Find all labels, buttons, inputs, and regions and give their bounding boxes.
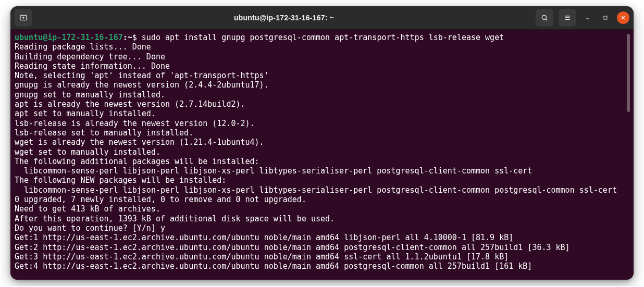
output-line: Need to get 413 kB of archives. (15, 204, 160, 214)
svg-rect-9 (604, 16, 607, 19)
prompt-dollar: $ (132, 33, 137, 42)
output-line: Get:4 http://us-east-1.ec2.archive.ubunt… (15, 261, 532, 271)
output-line: apt set to manually installed. (15, 109, 156, 118)
svg-point-3 (542, 15, 546, 19)
terminal-output: ubuntu@ip-172-31-16-167:~$ sudo apt inst… (15, 33, 623, 277)
close-button[interactable] (617, 11, 629, 24)
output-line: The following additional packages will b… (15, 157, 259, 166)
scrollbar[interactable] (625, 33, 631, 277)
minimize-button[interactable] (581, 11, 594, 24)
output-line: wget is already the newest version (1.21… (15, 138, 264, 147)
output-line: Reading package lists... Done (15, 42, 151, 52)
output-line: Building dependency tree... Done (15, 52, 165, 61)
output-line: apt is already the newest version (2.7.1… (15, 99, 245, 109)
scrollbar-thumb[interactable] (627, 34, 630, 112)
window-title: ubuntu@ip-172-31-16-167: ~ (35, 14, 532, 22)
output-line: Get:1 http://us-east-1.ec2.archive.ubunt… (15, 233, 513, 242)
output-line: gnupg set to manually installed. (15, 90, 165, 99)
output-line: lsb-release is already the newest versio… (15, 119, 255, 128)
output-line: wget set to manually installed. (15, 147, 160, 157)
svg-line-4 (546, 19, 547, 20)
output-line: After this operation, 1393 kB of additio… (15, 214, 335, 223)
output-line: Do you want to continue? [Y/n] y (15, 223, 165, 233)
prompt-path: ~ (128, 33, 132, 42)
titlebar: ubuntu@ip-172-31-16-167: ~ (10, 6, 634, 30)
maximize-button[interactable] (599, 11, 612, 24)
output-line: Reading state information... Done (15, 61, 170, 71)
output-line: The following NEW packages will be insta… (15, 176, 226, 185)
output-line: lsb-release set to manually installed. (15, 128, 193, 138)
prompt-sep: : (123, 33, 128, 42)
command-text: sudo apt install gnupg postgresql-common… (142, 33, 504, 42)
output-line: gnupg is already the newest version (2.4… (15, 80, 269, 90)
search-button[interactable] (536, 9, 553, 27)
terminal-window: ubuntu@ip-172-31-16-167: ~ (10, 6, 634, 280)
prompt-user-host: ubuntu@ip-172-31-16-167 (15, 33, 123, 42)
output-line: 0 upgraded, 7 newly installed, 0 to remo… (15, 195, 306, 204)
output-line: Get:3 http://us-east-1.ec2.archive.ubunt… (15, 252, 509, 261)
output-line: Get:2 http://us-east-1.ec2.archive.ubunt… (15, 243, 570, 252)
output-line: libcommon-sense-perl libjson-perl libjso… (15, 166, 532, 176)
new-tab-button[interactable] (15, 9, 32, 27)
menu-button[interactable] (559, 9, 576, 27)
output-line: libcommon-sense-perl libjson-perl libjso… (15, 185, 617, 195)
output-line: Note, selecting 'apt' instead of 'apt-tr… (15, 71, 269, 80)
terminal-body[interactable]: ubuntu@ip-172-31-16-167:~$ sudo apt inst… (10, 30, 634, 280)
